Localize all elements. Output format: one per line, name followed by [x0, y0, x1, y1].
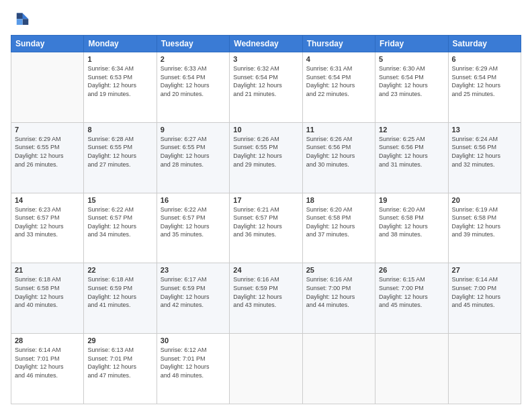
day-number: 17 [233, 196, 298, 204]
calendar-cell: 16Sunrise: 6:22 AM Sunset: 6:57 PM Dayli… [157, 193, 229, 263]
day-info: Sunrise: 6:14 AM Sunset: 7:01 PM Dayligh… [15, 346, 80, 379]
calendar-cell: 13Sunrise: 6:24 AM Sunset: 6:56 PM Dayli… [448, 122, 521, 193]
day-number: 10 [233, 126, 298, 134]
day-info: Sunrise: 6:28 AM Sunset: 6:55 PM Dayligh… [87, 135, 152, 169]
day-number: 26 [379, 266, 444, 274]
calendar-cell: 9Sunrise: 6:27 AM Sunset: 6:55 PM Daylig… [157, 122, 229, 193]
calendar-cell: 30Sunrise: 6:12 AM Sunset: 7:01 PM Dayli… [157, 334, 229, 404]
calendar-table: SundayMondayTuesdayWednesdayThursdayFrid… [11, 35, 521, 404]
day-info: Sunrise: 6:34 AM Sunset: 6:53 PM Dayligh… [87, 64, 152, 98]
day-number: 5 [379, 55, 444, 63]
calendar-cell [302, 334, 375, 404]
day-number: 28 [15, 336, 80, 345]
day-number: 27 [452, 266, 517, 274]
calendar-cell: 27Sunrise: 6:14 AM Sunset: 7:00 PM Dayli… [448, 263, 521, 334]
day-number: 13 [452, 126, 517, 134]
day-number: 11 [306, 126, 371, 134]
day-number: 3 [233, 55, 298, 63]
day-number: 9 [161, 126, 226, 134]
day-number: 16 [161, 196, 226, 204]
day-info: Sunrise: 6:20 AM Sunset: 6:58 PM Dayligh… [306, 205, 371, 239]
day-info: Sunrise: 6:25 AM Sunset: 6:56 PM Dayligh… [379, 135, 444, 169]
day-number: 23 [161, 266, 226, 274]
calendar-cell: 1Sunrise: 6:34 AM Sunset: 6:53 PM Daylig… [84, 52, 157, 123]
calendar-cell: 12Sunrise: 6:25 AM Sunset: 6:56 PM Dayli… [375, 122, 448, 193]
day-info: Sunrise: 6:17 AM Sunset: 6:59 PM Dayligh… [161, 275, 226, 309]
day-info: Sunrise: 6:22 AM Sunset: 6:57 PM Dayligh… [87, 205, 152, 239]
day-number: 6 [452, 55, 517, 63]
day-info: Sunrise: 6:29 AM Sunset: 6:55 PM Dayligh… [15, 135, 80, 169]
svg-marker-2 [17, 13, 23, 19]
day-number: 1 [87, 55, 152, 63]
calendar-cell: 15Sunrise: 6:22 AM Sunset: 6:57 PM Dayli… [84, 193, 157, 263]
calendar-cell: 4Sunrise: 6:31 AM Sunset: 6:54 PM Daylig… [302, 52, 375, 123]
calendar-week-row: 21Sunrise: 6:18 AM Sunset: 6:58 PM Dayli… [11, 263, 521, 334]
day-number: 25 [306, 266, 371, 274]
day-info: Sunrise: 6:26 AM Sunset: 6:55 PM Dayligh… [233, 135, 298, 169]
weekday-header-sunday: Sunday [11, 36, 84, 52]
calendar-week-row: 1Sunrise: 6:34 AM Sunset: 6:53 PM Daylig… [11, 52, 521, 123]
calendar-cell: 20Sunrise: 6:19 AM Sunset: 6:58 PM Dayli… [448, 193, 521, 263]
day-number: 22 [87, 266, 152, 274]
day-info: Sunrise: 6:21 AM Sunset: 6:57 PM Dayligh… [233, 205, 298, 239]
logo [11, 11, 32, 30]
calendar-cell: 26Sunrise: 6:15 AM Sunset: 7:00 PM Dayli… [375, 263, 448, 334]
calendar-cell: 21Sunrise: 6:18 AM Sunset: 6:58 PM Dayli… [11, 263, 84, 334]
day-info: Sunrise: 6:19 AM Sunset: 6:58 PM Dayligh… [452, 205, 517, 239]
calendar-week-row: 28Sunrise: 6:14 AM Sunset: 7:01 PM Dayli… [11, 334, 521, 404]
weekday-header-thursday: Thursday [302, 36, 375, 52]
day-info: Sunrise: 6:31 AM Sunset: 6:54 PM Dayligh… [306, 64, 371, 98]
logo-icon [11, 11, 30, 30]
day-number: 30 [161, 336, 226, 345]
weekday-header-wednesday: Wednesday [230, 36, 302, 52]
calendar-cell [11, 52, 84, 123]
day-number: 24 [233, 266, 298, 274]
calendar-cell: 7Sunrise: 6:29 AM Sunset: 6:55 PM Daylig… [11, 122, 84, 193]
calendar-cell: 28Sunrise: 6:14 AM Sunset: 7:01 PM Dayli… [11, 334, 84, 404]
day-info: Sunrise: 6:16 AM Sunset: 6:59 PM Dayligh… [233, 275, 298, 309]
calendar-cell: 8Sunrise: 6:28 AM Sunset: 6:55 PM Daylig… [84, 122, 157, 193]
weekday-header-tuesday: Tuesday [157, 36, 229, 52]
day-info: Sunrise: 6:23 AM Sunset: 6:57 PM Dayligh… [15, 205, 80, 239]
day-number: 29 [87, 336, 152, 345]
day-number: 2 [161, 55, 226, 63]
day-info: Sunrise: 6:13 AM Sunset: 7:01 PM Dayligh… [87, 346, 152, 379]
weekday-header-saturday: Saturday [448, 36, 521, 52]
calendar-cell: 19Sunrise: 6:20 AM Sunset: 6:58 PM Dayli… [375, 193, 448, 263]
calendar-cell: 5Sunrise: 6:30 AM Sunset: 6:54 PM Daylig… [375, 52, 448, 123]
day-info: Sunrise: 6:24 AM Sunset: 6:56 PM Dayligh… [452, 135, 517, 169]
day-info: Sunrise: 6:12 AM Sunset: 7:01 PM Dayligh… [161, 346, 226, 379]
day-info: Sunrise: 6:29 AM Sunset: 6:54 PM Dayligh… [452, 64, 517, 98]
calendar-cell: 23Sunrise: 6:17 AM Sunset: 6:59 PM Dayli… [157, 263, 229, 334]
day-info: Sunrise: 6:18 AM Sunset: 6:59 PM Dayligh… [87, 275, 152, 309]
calendar-cell: 25Sunrise: 6:16 AM Sunset: 7:00 PM Dayli… [302, 263, 375, 334]
svg-marker-1 [23, 19, 29, 25]
calendar-cell: 18Sunrise: 6:20 AM Sunset: 6:58 PM Dayli… [302, 193, 375, 263]
calendar-cell: 17Sunrise: 6:21 AM Sunset: 6:57 PM Dayli… [230, 193, 302, 263]
day-number: 8 [87, 126, 152, 134]
calendar-week-row: 7Sunrise: 6:29 AM Sunset: 6:55 PM Daylig… [11, 122, 521, 193]
calendar-cell: 6Sunrise: 6:29 AM Sunset: 6:54 PM Daylig… [448, 52, 521, 123]
day-number: 21 [15, 266, 80, 274]
calendar-cell: 29Sunrise: 6:13 AM Sunset: 7:01 PM Dayli… [84, 334, 157, 404]
day-number: 4 [306, 55, 371, 63]
day-info: Sunrise: 6:30 AM Sunset: 6:54 PM Dayligh… [379, 64, 444, 98]
day-number: 20 [452, 196, 517, 204]
day-info: Sunrise: 6:26 AM Sunset: 6:56 PM Dayligh… [306, 135, 371, 169]
day-info: Sunrise: 6:16 AM Sunset: 7:00 PM Dayligh… [306, 275, 371, 309]
calendar-cell: 24Sunrise: 6:16 AM Sunset: 6:59 PM Dayli… [230, 263, 302, 334]
day-number: 7 [15, 126, 80, 134]
calendar-week-row: 14Sunrise: 6:23 AM Sunset: 6:57 PM Dayli… [11, 193, 521, 263]
day-number: 14 [15, 196, 80, 204]
calendar-cell [448, 334, 521, 404]
calendar-cell: 2Sunrise: 6:33 AM Sunset: 6:54 PM Daylig… [157, 52, 229, 123]
calendar-cell: 22Sunrise: 6:18 AM Sunset: 6:59 PM Dayli… [84, 263, 157, 334]
page: SundayMondayTuesdayWednesdayThursdayFrid… [0, 0, 532, 411]
weekday-header-monday: Monday [84, 36, 157, 52]
day-info: Sunrise: 6:32 AM Sunset: 6:54 PM Dayligh… [233, 64, 298, 98]
calendar-cell [230, 334, 302, 404]
calendar-cell: 3Sunrise: 6:32 AM Sunset: 6:54 PM Daylig… [230, 52, 302, 123]
day-info: Sunrise: 6:33 AM Sunset: 6:54 PM Dayligh… [161, 64, 226, 98]
day-info: Sunrise: 6:18 AM Sunset: 6:58 PM Dayligh… [15, 275, 80, 309]
calendar-cell: 14Sunrise: 6:23 AM Sunset: 6:57 PM Dayli… [11, 193, 84, 263]
